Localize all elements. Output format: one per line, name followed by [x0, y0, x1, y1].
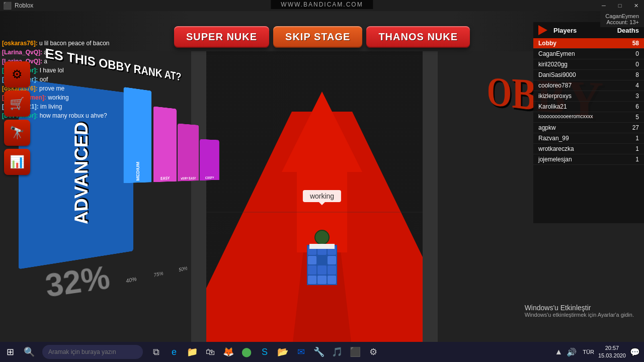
taskbar-folder2[interactable]: 📂: [274, 342, 292, 362]
taskbar: ⊞ 🔍 ⧉ e 📁 🛍 🦊 ⬤ S 📂 ✉ 🔧 🎵 ⬛ ⚙ ▲ 🔊 TÜR 20…: [0, 342, 644, 362]
player-row-5: ikizlerproxys3: [533, 91, 644, 102]
cart-icon-btn[interactable]: 🛒: [4, 90, 30, 117]
player-row-7: koooooooooeeromcxxxx5: [533, 112, 644, 123]
super-nuke-button[interactable]: SUPER NUKE: [174, 26, 269, 48]
start-button[interactable]: ⊞: [0, 342, 20, 362]
taskbar-thunderbird[interactable]: ✉: [292, 342, 310, 362]
player-row-6: Karolika216: [533, 102, 644, 112]
player-row-11: jojemelesjan1: [533, 154, 644, 165]
svg-rect-10: [423, 51, 438, 350]
settings-icon-btn[interactable]: ⚙: [4, 61, 30, 87]
comfy-bar: COMFY: [200, 139, 219, 180]
taskbar-notification[interactable]: 💬: [630, 347, 640, 357]
binoculars-icon-btn[interactable]: 🔭: [4, 120, 30, 146]
windows-activation: Windows'u Etkinleştir Windows'u etkinleş…: [525, 304, 634, 318]
working-tooltip: working: [303, 190, 341, 202]
char-shirt: [309, 244, 335, 249]
taskbar-clock: 20:57 15.03.2020: [598, 344, 626, 360]
taskbar-extra2[interactable]: 🎵: [328, 342, 346, 362]
easy-bar: EASY: [153, 106, 177, 182]
player-row-3: DaniSasi90008: [533, 70, 644, 80]
top-buttons: SUPER NUKE SKIP STAGE THANOS NUKE: [174, 26, 470, 48]
char-head: [314, 230, 330, 245]
taskbar-extra4[interactable]: ⚙: [364, 342, 382, 362]
left-sidebar: ⚙ 🛒 🔭 📊: [4, 61, 30, 175]
win-activate-title: Windows'u Etkinleştir: [525, 304, 634, 312]
taskbar-extra1[interactable]: 🔧: [310, 342, 328, 362]
taskbar-up-arrow[interactable]: ▲: [554, 347, 562, 356]
win-activate-subtitle: Windows'u etkinleştirmek için Ayarlar'a …: [525, 312, 634, 318]
thanos-nuke-button[interactable]: THANOS NUKE: [366, 26, 470, 48]
taskbar-firefox[interactable]: 🦊: [219, 342, 237, 362]
panel-play-icon: [538, 25, 547, 35]
taskbar-language: TÜR: [583, 349, 594, 355]
taskbar-right: ▲ 🔊 TÜR 20:57 15.03.2020 💬: [554, 344, 644, 360]
char-body: [307, 245, 337, 285]
roblox-icon: ⬛: [0, 2, 15, 10]
chat-line-2: [Larina_QvQ]: a: [0, 48, 146, 57]
lobby-deaths: 58: [632, 40, 639, 47]
very-easy-bar: VERY EASY: [178, 124, 199, 182]
lobby-name: Lobby: [538, 40, 556, 47]
player-row-4: cooloreo7874: [533, 80, 644, 91]
roblox-window-controls: ─ □ ✕: [596, 0, 644, 11]
right-panel: Players Deaths Lobby 58 CaganEymen0 kiri…: [533, 22, 644, 223]
player-row-9: Razvan_991: [533, 133, 644, 144]
panel-header-players-label: Players: [553, 27, 614, 34]
game-area: OBBY ES THIS OBBY RANK AT? ADVANCED MEDI…: [0, 11, 644, 350]
skip-stage-button[interactable]: SKIP STAGE: [273, 26, 362, 48]
taskbar-store[interactable]: 🛍: [201, 342, 219, 362]
roblox-title-label: Roblox: [15, 2, 33, 9]
taskbar-skype[interactable]: S: [256, 342, 274, 362]
taskbar-extra3[interactable]: ⬛: [346, 342, 364, 362]
bandicam-watermark: WWW.BANDICAM.COM: [271, 0, 373, 9]
player-row-1: CaganEymen0: [533, 49, 644, 59]
taskbar-edge[interactable]: e: [165, 342, 183, 362]
lobby-row: Lobby 58: [533, 38, 644, 49]
taskbar-search-icon[interactable]: 🔍: [20, 342, 38, 362]
maximize-button[interactable]: □: [612, 0, 628, 11]
chart-icon-btn[interactable]: 📊: [4, 149, 30, 175]
chat-line-1: [oskaras76]: u lil bacon peace of bacon: [0, 39, 146, 48]
close-button[interactable]: ✕: [628, 0, 644, 11]
account-label: CaganEymen Account: 13+: [600, 11, 644, 27]
player-character: [302, 205, 342, 285]
taskbar-speaker[interactable]: 🔊: [567, 347, 577, 357]
taskbar-chrome[interactable]: ⬤: [237, 342, 256, 362]
search-input[interactable]: [42, 345, 143, 359]
taskbar-files[interactable]: 📁: [183, 342, 201, 362]
player-row-8: agpkw27: [533, 123, 644, 133]
taskbar-taskview[interactable]: ⧉: [147, 342, 165, 362]
panel-header-deaths-label: Deaths: [617, 27, 639, 34]
player-row-10: wrotkareczka1: [533, 144, 644, 154]
player-row-2: kiril2020gg0: [533, 59, 644, 70]
minimize-button[interactable]: ─: [596, 0, 612, 11]
